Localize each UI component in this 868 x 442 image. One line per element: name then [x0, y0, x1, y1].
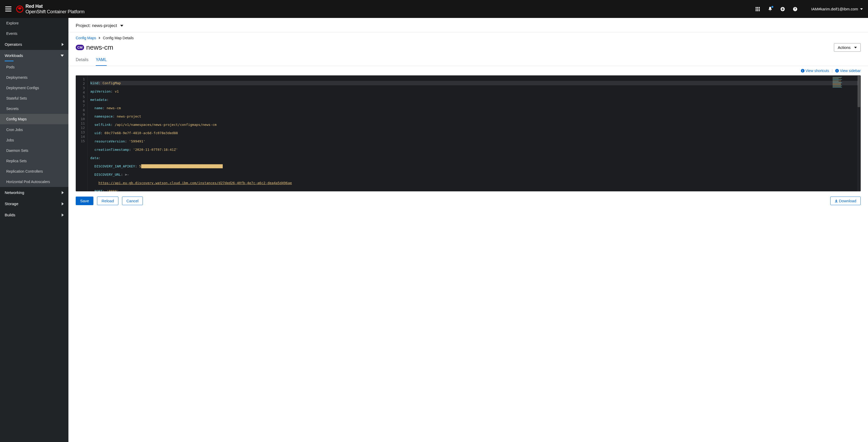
view-sidebar-label: View sidebar — [840, 69, 861, 73]
svg-text:?: ? — [794, 7, 796, 11]
sidebar-item-daemon-sets[interactable]: Daemon Sets — [0, 145, 68, 156]
sidebar-item-replication-controllers[interactable]: Replication Controllers — [0, 166, 68, 176]
apps-grid-icon[interactable] — [755, 6, 760, 12]
brand-logo[interactable]: Red Hat OpenShift Container Platform — [16, 4, 85, 14]
sidebar-builds-label: Builds — [5, 213, 16, 217]
svg-rect-9 — [759, 10, 760, 11]
view-sidebar-link[interactable]: i View sidebar — [835, 69, 861, 73]
info-icon: i — [801, 69, 805, 72]
redacted-apikey: ████████████████████████████████████████ — [141, 164, 223, 168]
sidebar-item-jobs[interactable]: Jobs — [0, 135, 68, 145]
reload-button[interactable]: Reload — [97, 197, 118, 205]
download-icon — [835, 199, 838, 203]
sidebar-operators-label: Operators — [5, 42, 22, 46]
breadcrumb-current: Config Map Details — [103, 36, 134, 40]
notification-dot — [771, 6, 774, 8]
sidebar-storage-label: Storage — [5, 202, 19, 206]
workloads-accent — [5, 61, 13, 61]
resource-name: news-cm — [86, 43, 113, 52]
sidebar-workloads-label: Workloads — [5, 53, 23, 58]
svg-rect-4 — [755, 8, 757, 10]
svg-rect-5 — [757, 8, 758, 10]
chevron-right-icon — [62, 191, 64, 194]
sidebar-item-secrets[interactable]: Secrets — [0, 103, 68, 114]
svg-rect-12 — [781, 9, 784, 9]
cancel-button[interactable]: Cancel — [122, 197, 143, 205]
editor-code[interactable]: kind: ConfigMap apiVersion: v1 metadata:… — [88, 75, 861, 191]
actions-label: Actions — [838, 45, 850, 50]
yaml-editor[interactable]: 1 2 3 4 5 6 7 8 9 10 11 12 13 14 15 kind… — [76, 75, 861, 191]
sidebar-item-events[interactable]: Events — [0, 28, 68, 39]
svg-text:i: i — [802, 69, 803, 72]
user-menu[interactable]: IAM#karim.deif1@ibm.com — [811, 7, 863, 11]
brand-container-platform: Container Platform — [47, 9, 85, 14]
help-icon[interactable]: ? — [793, 6, 798, 12]
sidebar-section-storage[interactable]: Storage — [0, 198, 68, 209]
breadcrumb: Config Maps Config Map Details — [68, 32, 868, 40]
svg-rect-6 — [759, 8, 760, 10]
actions-dropdown[interactable]: Actions — [834, 43, 861, 52]
sidebar-item-stateful-sets[interactable]: Stateful Sets — [0, 93, 68, 103]
chevron-down-icon — [854, 47, 857, 48]
resource-title: CM news-cm — [76, 43, 113, 52]
svg-rect-2 — [757, 7, 758, 8]
main-content: Project: news-project Config Maps Config… — [68, 18, 868, 442]
sidebar-section-workloads[interactable]: Workloads — [0, 50, 68, 61]
resource-type-badge: CM — [76, 45, 84, 50]
info-icon: i — [835, 69, 839, 72]
project-label: Project: news-project — [76, 23, 117, 28]
chevron-right-icon — [62, 202, 64, 205]
svg-rect-8 — [757, 10, 758, 11]
sidebar: Explore Events Operators Workloads Pods … — [0, 18, 68, 442]
editor-gutter: 1 2 3 4 5 6 7 8 9 10 11 12 13 14 15 — [76, 75, 88, 191]
sidebar-section-networking[interactable]: Networking — [0, 187, 68, 198]
sidebar-item-cron-jobs[interactable]: Cron Jobs — [0, 125, 68, 135]
sidebar-item-pods[interactable]: Pods — [0, 62, 68, 72]
chevron-down-icon — [120, 25, 123, 27]
editor-toolbar: i View shortcuts | i View sidebar — [68, 66, 868, 75]
brand-redhat: Red Hat — [26, 4, 43, 9]
user-name: IAM#karim.deif1@ibm.com — [811, 7, 858, 11]
editor-scrollbar[interactable] — [857, 75, 861, 191]
download-label: Download — [839, 199, 856, 203]
svg-rect-1 — [755, 7, 757, 8]
chevron-down-icon — [61, 55, 64, 57]
sidebar-networking-label: Networking — [5, 190, 24, 195]
tab-details[interactable]: Details — [76, 58, 89, 66]
svg-rect-3 — [759, 7, 760, 8]
project-selector[interactable]: Project: news-project — [68, 18, 868, 32]
redhat-logo-icon — [16, 5, 23, 13]
sidebar-item-replica-sets[interactable]: Replica Sets — [0, 156, 68, 166]
tabs: Details YAML — [68, 52, 868, 66]
sidebar-item-deployments[interactable]: Deployments — [0, 72, 68, 83]
chevron-right-icon — [62, 213, 64, 216]
tab-yaml[interactable]: YAML — [96, 58, 107, 66]
sidebar-item-explore[interactable]: Explore — [0, 18, 68, 28]
bottom-action-bar: Save Reload Cancel Download — [68, 191, 868, 210]
sidebar-item-deployment-configs[interactable]: Deployment Configs — [0, 83, 68, 93]
chevron-right-icon — [62, 43, 64, 46]
chevron-down-icon — [860, 8, 863, 10]
sidebar-item-hpa[interactable]: Horizontal Pod Autoscalers — [0, 176, 68, 187]
svg-text:i: i — [837, 69, 838, 72]
view-shortcuts-label: View shortcuts — [806, 69, 829, 73]
plus-circle-icon[interactable] — [780, 6, 785, 12]
nav-toggle-button[interactable] — [5, 6, 11, 12]
toolbar-divider: | — [832, 69, 833, 73]
download-button[interactable]: Download — [830, 197, 861, 205]
brand-openshift: OpenShift — [26, 9, 45, 14]
bell-icon[interactable] — [768, 6, 773, 12]
masthead: Red Hat OpenShift Container Platform ? I… — [0, 0, 868, 18]
save-button[interactable]: Save — [76, 197, 93, 205]
sidebar-section-operators[interactable]: Operators — [0, 39, 68, 50]
sidebar-item-config-maps[interactable]: Config Maps — [0, 114, 68, 124]
breadcrumb-parent[interactable]: Config Maps — [76, 36, 96, 40]
svg-rect-7 — [755, 10, 757, 11]
sidebar-section-builds[interactable]: Builds — [0, 209, 68, 220]
chevron-right-icon — [99, 37, 100, 39]
view-shortcuts-link[interactable]: i View shortcuts — [801, 69, 829, 73]
